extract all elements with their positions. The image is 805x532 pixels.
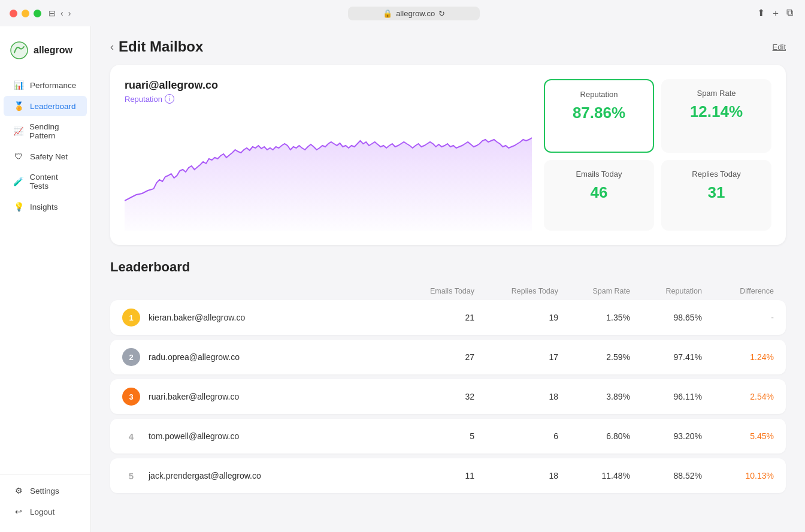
minimize-button[interactable] xyxy=(22,10,29,17)
insights-icon: 💡 xyxy=(13,202,24,211)
safety-net-icon: 🛡 xyxy=(13,152,24,161)
rank-number: 4 xyxy=(129,431,134,442)
col-emails-today: Emails Today xyxy=(391,287,474,295)
share-icon[interactable]: ⬆ xyxy=(757,7,765,20)
sidebar-label-content-tests: Content Tests xyxy=(29,173,77,191)
spam-rate-cell: 3.89% xyxy=(558,392,630,401)
row-email: ruari.baker@allegrow.co xyxy=(149,392,239,401)
spam-rate-metric: Spam Rate 12.14% xyxy=(661,79,771,153)
refresh-icon[interactable]: ↻ xyxy=(438,9,445,18)
emails-today-cell: 11 xyxy=(391,471,474,480)
table-row[interactable]: 1 kieran.baker@allegrow.co 21 19 1.35% 9… xyxy=(110,300,786,335)
sidebar-item-logout[interactable]: ↩ Logout xyxy=(4,501,87,522)
col-replies-today: Replies Today xyxy=(474,287,558,295)
sidebar-item-leaderboard[interactable]: 🏅 Leaderboard xyxy=(4,96,87,116)
replies-today-cell: 6 xyxy=(474,431,558,441)
row-left: 5 jack.prendergast@allegrow.co xyxy=(122,467,391,485)
url-text: allegrow.co xyxy=(396,9,435,18)
rank-number: 5 xyxy=(129,471,134,481)
sidebar-item-safety-net[interactable]: 🛡 Safety Net xyxy=(4,146,87,167)
spam-rate-cell: 1.35% xyxy=(558,313,630,322)
sidebar-item-insights[interactable]: 💡 Insights xyxy=(4,197,87,217)
overview-card: ruari@allegrow.co Reputation i xyxy=(110,65,786,245)
tabs-icon[interactable]: ⧉ xyxy=(786,7,793,20)
sidebar-item-settings[interactable]: ⚙ Settings xyxy=(4,480,87,501)
table-row[interactable]: 2 radu.oprea@allegrow.co 27 17 2.59% 97.… xyxy=(110,340,786,374)
add-tab-icon[interactable]: ＋ xyxy=(771,7,780,20)
sidebar-label-leaderboard: Leaderboard xyxy=(30,102,76,111)
emails-today-value: 46 xyxy=(556,183,642,202)
replies-today-cell: 17 xyxy=(474,352,558,362)
reputation-cell: 98.65% xyxy=(630,313,702,322)
edit-link[interactable]: Edit xyxy=(773,43,786,52)
emails-today-metric: Emails Today 46 xyxy=(544,160,654,231)
reputation-cell: 97.41% xyxy=(630,352,702,362)
back-button[interactable]: ‹ xyxy=(60,8,63,18)
spam-rate-cell: 2.59% xyxy=(558,352,630,362)
reputation-value: 87.86% xyxy=(557,104,641,122)
sidebar-label-safety-net: Safety Net xyxy=(30,152,68,161)
info-icon[interactable]: i xyxy=(165,94,174,104)
address-bar[interactable]: 🔒 allegrow.co ↻ xyxy=(348,7,480,20)
table-header: Emails Today Replies Today Spam Rate Rep… xyxy=(110,287,786,300)
rank-badge: 5 xyxy=(122,467,140,485)
difference-cell: 5.45% xyxy=(702,431,774,441)
sidebar-toggle[interactable]: ⊟ xyxy=(49,8,56,18)
page-title: Edit Mailbox xyxy=(119,38,203,55)
reputation-chart xyxy=(125,111,532,231)
close-button[interactable] xyxy=(10,10,17,17)
emails-today-cell: 5 xyxy=(391,431,474,441)
replies-today-label: Replies Today xyxy=(673,170,759,179)
sidebar-item-sending-pattern[interactable]: 📈 Sending Pattern xyxy=(4,117,87,146)
emails-today-cell: 27 xyxy=(391,352,474,362)
row-left: 1 kieran.baker@allegrow.co xyxy=(122,309,391,327)
rank-badge: 3 xyxy=(122,388,140,406)
back-arrow[interactable]: ‹ xyxy=(110,41,114,53)
row-email: tom.powell@allegrow.co xyxy=(149,431,239,441)
sidebar-label-logout: Logout xyxy=(30,507,55,516)
difference-cell: - xyxy=(702,313,774,322)
table-row[interactable]: 3 ruari.baker@allegrow.co 32 18 3.89% 96… xyxy=(110,379,786,414)
content-tests-icon: 🧪 xyxy=(13,177,23,186)
overview-metrics: Reputation 87.86% Spam Rate 12.14% Email… xyxy=(544,79,771,231)
sidebar-item-performance[interactable]: 📊 Performance xyxy=(4,75,87,95)
rank-badge: 1 xyxy=(122,309,140,327)
sidebar-label-insights: Insights xyxy=(30,202,58,211)
spam-rate-value: 12.14% xyxy=(673,102,759,121)
sidebar-label-performance: Performance xyxy=(30,81,76,90)
mailbox-label: Reputation i xyxy=(125,94,532,104)
reputation-label: Reputation xyxy=(125,95,162,104)
table-row[interactable]: 4 tom.powell@allegrow.co 5 6 6.80% 93.20… xyxy=(110,419,786,454)
replies-today-cell: 18 xyxy=(474,392,558,401)
logo-icon xyxy=(10,41,29,60)
sidebar-label-sending-pattern: Sending Pattern xyxy=(29,122,77,140)
col-spam-rate: Spam Rate xyxy=(558,287,630,295)
maximize-button[interactable] xyxy=(34,10,41,17)
rank-number: 1 xyxy=(129,313,133,322)
settings-icon: ⚙ xyxy=(13,486,24,495)
row-email: radu.oprea@allegrow.co xyxy=(149,352,240,362)
overview-left: ruari@allegrow.co Reputation i xyxy=(125,79,532,231)
difference-cell: 10.13% xyxy=(702,471,774,480)
table-row[interactable]: 5 jack.prendergast@allegrow.co 11 18 11.… xyxy=(110,458,786,493)
replies-today-metric: Replies Today 31 xyxy=(661,160,771,231)
spam-rate-cell: 11.48% xyxy=(558,471,630,480)
mailbox-email: ruari@allegrow.co xyxy=(125,79,532,92)
window-controls xyxy=(10,10,41,17)
rank-number: 2 xyxy=(129,353,133,362)
difference-cell: 1.24% xyxy=(702,352,774,362)
col-email xyxy=(122,287,391,295)
svg-point-0 xyxy=(11,42,28,59)
replies-today-cell: 19 xyxy=(474,313,558,322)
sidebar: allegrow 📊 Performance 🏅 Leaderboard 📈 S… xyxy=(0,0,91,532)
logo-text: allegrow xyxy=(34,45,72,56)
page-header: ‹ Edit Mailbox Edit xyxy=(91,26,805,65)
row-email: kieran.baker@allegrow.co xyxy=(149,313,245,322)
lock-icon: 🔒 xyxy=(383,9,392,18)
browser-nav: ⊟ ‹ › xyxy=(49,8,71,18)
reputation-cell: 96.11% xyxy=(630,392,702,401)
difference-cell: 2.54% xyxy=(702,392,774,401)
replies-today-value: 31 xyxy=(673,183,759,202)
sidebar-item-content-tests[interactable]: 🧪 Content Tests xyxy=(4,167,87,196)
sending-pattern-icon: 📈 xyxy=(13,126,23,136)
